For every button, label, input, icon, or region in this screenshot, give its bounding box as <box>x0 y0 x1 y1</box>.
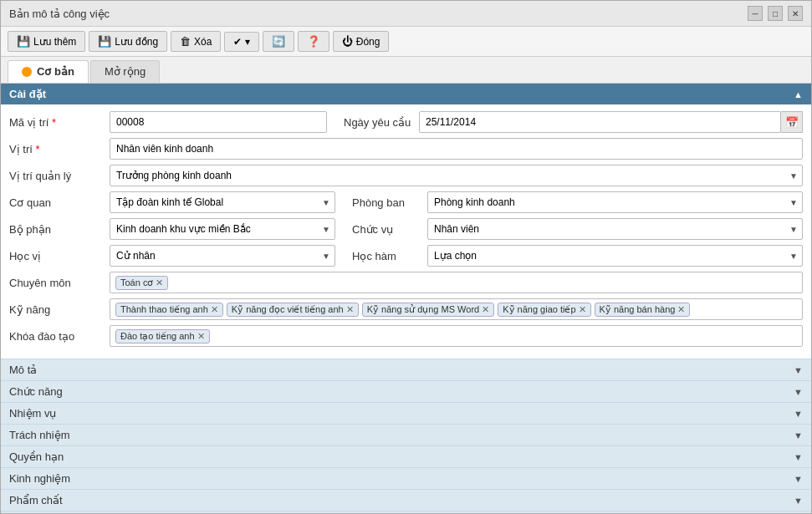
title-controls: ─ □ ✕ <box>748 6 803 21</box>
phong-ban-wrapper: Phòng kinh doanh ▼ <box>427 191 803 213</box>
collapsible-sections: Mô tả ▼ Chức năng ▼ Nhiệm vụ ▼ Trách nhi… <box>1 359 811 513</box>
tab-co-ban[interactable]: Cơ bản <box>8 60 89 83</box>
phong-ban-select[interactable]: Phòng kinh doanh <box>427 191 803 213</box>
khoa-dao-tao-tag-0-remove[interactable]: ✕ <box>197 331 205 342</box>
ky-nang-tag-4-remove[interactable]: ✕ <box>677 304 685 315</box>
section-kinh-nghiem[interactable]: Kinh nghiệm ▼ <box>1 467 811 489</box>
vi-tri-quan-ly-wrapper: Trưởng phòng kinh doanh ▼ <box>110 165 803 186</box>
row-vi-tri: Vị trí * <box>9 138 803 160</box>
tabs-bar: Cơ bản Mở rộng <box>1 57 811 84</box>
title-bar: Bản mô tả công việc ─ □ ✕ <box>1 1 811 27</box>
row-hoc-vi: Học vị Cử nhân ▼ Học hàm Lựa chọn <box>9 245 803 267</box>
section-trach-nhiem[interactable]: Trách nhiệm ▼ <box>1 424 811 445</box>
tab-mo-rong[interactable]: Mở rộng <box>90 60 160 83</box>
bo-phan-select[interactable]: Kinh doanh khu vực miền Bắc <box>110 218 335 240</box>
mo-ta-arrow: ▼ <box>794 365 803 375</box>
hoc-ham-label: Học hàm <box>335 250 427 262</box>
ma-vi-tri-required: * <box>52 116 56 129</box>
bo-phan-label: Bộ phận <box>9 223 110 236</box>
kinh-nghiem-arrow: ▼ <box>794 474 803 484</box>
delete-button[interactable]: 🗑 Xóa <box>171 31 221 52</box>
section-pham-chat[interactable]: Phẩm chất ▼ <box>1 489 811 511</box>
save-button[interactable]: 💾 Lưu đồng <box>89 31 167 52</box>
ky-nang-tag-1-remove[interactable]: ✕ <box>346 304 354 315</box>
tab-icon <box>22 67 32 77</box>
khoa-dao-tao-tags[interactable]: Đào tạo tiếng anh ✕ <box>110 325 803 347</box>
ky-nang-tag-2: Kỹ năng sử dụng MS Word ✕ <box>362 303 495 317</box>
close-button[interactable]: ✕ <box>788 6 803 21</box>
hoc-ham-group: Học hàm Lựa chọn ▼ <box>335 245 803 267</box>
section-cai-dat-arrow: ▲ <box>794 89 803 99</box>
hoc-vi-select[interactable]: Cử nhân <box>110 245 335 267</box>
khoa-dao-tao-label: Khóa đào tạo <box>9 330 110 343</box>
chuc-vu-select[interactable]: Nhân viên <box>427 218 803 240</box>
help-icon: ❓ <box>307 35 320 48</box>
ngay-yeu-cau-group: Ngày yêu cầu 📅 <box>327 111 803 133</box>
ky-nang-tag-3: Kỹ năng giao tiếp ✕ <box>498 303 590 317</box>
co-quan-wrapper: Tập đoàn kinh tế Global ▼ <box>110 191 335 213</box>
row-ky-nang: Kỹ năng Thành thao tiếng anh ✕ Kỹ năng đ… <box>9 298 803 320</box>
section-quyen-han[interactable]: Quyền hạn ▼ <box>1 445 811 467</box>
chuyen-mon-tag-0-remove[interactable]: ✕ <box>156 277 163 288</box>
ky-nang-tag-2-remove[interactable]: ✕ <box>482 304 489 315</box>
ky-nang-tag-0-remove[interactable]: ✕ <box>211 304 218 315</box>
hoc-ham-select[interactable]: Lựa chọn <box>427 245 803 267</box>
ky-nang-tag-0: Thành thao tiếng anh ✕ <box>115 303 223 317</box>
ky-nang-tag-3-remove[interactable]: ✕ <box>579 304 586 315</box>
window-title: Bản mô tả công việc <box>9 8 110 20</box>
hoc-ham-wrapper: Lựa chọn ▼ <box>427 245 803 267</box>
vi-tri-label: Vị trí * <box>9 143 110 155</box>
save-add-button[interactable]: 💾 Lưu thêm <box>8 31 85 52</box>
help-button[interactable]: ❓ <box>298 31 329 52</box>
row-khoa-dao-tao: Khóa đào tạo Đào tạo tiếng anh ✕ <box>9 325 803 347</box>
quyen-han-arrow: ▼ <box>794 452 803 462</box>
ma-vi-tri-label: Mã vị trí * <box>9 116 110 129</box>
ngay-yeu-cau-input[interactable] <box>419 111 781 133</box>
close-form-button[interactable]: ⏻ Đóng <box>333 31 390 52</box>
save-icon: 💾 <box>98 35 111 48</box>
khoa-dao-tao-tag-0: Đào tạo tiếng anh ✕ <box>115 329 210 344</box>
section-dieu-kien[interactable]: Điều kiện làm việc ▼ <box>1 511 811 513</box>
vi-tri-quan-ly-label: Vị trí quản lý <box>9 170 110 182</box>
ky-nang-tag-4: Kỹ năng bán hàng ✕ <box>595 303 691 317</box>
save-add-icon: 💾 <box>17 35 30 48</box>
maximize-button[interactable]: □ <box>768 6 783 21</box>
ky-nang-tag-1: Kỹ năng đọc viết tiếng anh ✕ <box>227 303 359 317</box>
row-ma-vi-tri: Mã vị trí * Ngày yêu cầu 📅 <box>9 111 803 133</box>
calendar-button[interactable]: 📅 <box>781 111 803 133</box>
vi-tri-quan-ly-select[interactable]: Trưởng phòng kinh doanh <box>110 165 803 186</box>
power-icon: ⏻ <box>342 35 353 48</box>
ngay-yeu-cau-wrapper: 📅 <box>419 111 803 133</box>
row-vi-tri-quan-ly: Vị trí quản lý Trưởng phòng kinh doanh ▼ <box>9 165 803 186</box>
ky-nang-tags[interactable]: Thành thao tiếng anh ✕ Kỹ năng đọc viết … <box>110 298 803 320</box>
trach-nhiem-arrow: ▼ <box>794 430 803 440</box>
section-mo-ta[interactable]: Mô tả ▼ <box>1 359 811 380</box>
hoc-vi-wrapper: Cử nhân ▼ <box>110 245 335 267</box>
co-quan-select[interactable]: Tập đoàn kinh tế Global <box>110 191 335 213</box>
row-chuyen-mon: Chuyên môn Toán cơ ✕ <box>9 272 803 293</box>
chuyen-mon-tags[interactable]: Toán cơ ✕ <box>110 272 803 293</box>
refresh-button[interactable]: 🔄 <box>263 31 294 52</box>
ky-nang-label: Kỹ năng <box>9 303 110 316</box>
hoc-vi-label: Học vị <box>9 250 110 262</box>
phong-ban-group: Phòng ban Phòng kinh doanh ▼ <box>335 191 803 213</box>
delete-icon: 🗑 <box>180 35 191 48</box>
vi-tri-input[interactable] <box>110 138 803 160</box>
section-nhiem-vu[interactable]: Nhiệm vụ ▼ <box>1 402 811 424</box>
check-dropdown-button[interactable]: ✔ ▾ <box>224 32 258 52</box>
section-chuc-nang[interactable]: Chức năng ▼ <box>1 380 811 402</box>
chuyen-mon-label: Chuyên môn <box>9 277 110 289</box>
nhiem-vu-arrow: ▼ <box>794 409 803 419</box>
pham-chat-arrow: ▼ <box>794 496 803 506</box>
content-area: Cài đặt ▲ Mã vị trí * Ngày yêu cầu 📅 <box>1 84 811 513</box>
chuc-vu-wrapper: Nhân viên ▼ <box>427 218 803 240</box>
section-cai-dat-header[interactable]: Cài đặt ▲ <box>1 84 811 104</box>
chuc-vu-group: Chức vụ Nhân viên ▼ <box>335 218 803 240</box>
row-bo-phan: Bộ phận Kinh doanh khu vực miền Bắc ▼ Ch… <box>9 218 803 240</box>
refresh-icon: 🔄 <box>272 35 285 48</box>
form-body: Mã vị trí * Ngày yêu cầu 📅 Vị <box>1 104 811 359</box>
chuyen-mon-tag-0: Toán cơ ✕ <box>115 276 168 290</box>
ma-vi-tri-input[interactable] <box>110 111 327 133</box>
minimize-button[interactable]: ─ <box>748 6 763 21</box>
phong-ban-label: Phòng ban <box>335 196 427 209</box>
